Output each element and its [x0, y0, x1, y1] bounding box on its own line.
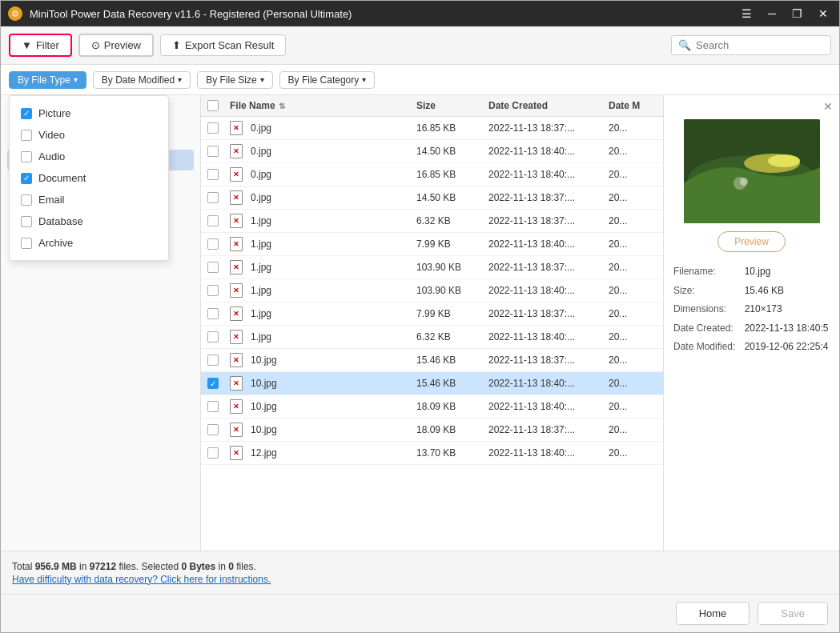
row-filename-text: 10.jpg [251, 401, 277, 412]
table-row[interactable]: 1.jpg 6.32 KB 2022-11-13 18:37:... 20... [201, 210, 663, 233]
preview-button[interactable]: ⊙ Preview [78, 34, 154, 57]
checkbox-archive[interactable] [21, 238, 32, 249]
row-checkbox-9[interactable] [207, 331, 219, 343]
row-checkbox-10[interactable] [207, 355, 219, 366]
row-check[interactable] [207, 146, 230, 157]
table-row[interactable]: 0.jpg 14.50 KB 2022-11-13 18:37:... 20..… [201, 186, 663, 210]
by-date-modified-dropdown[interactable]: By Date Modified ▾ [93, 71, 191, 89]
by-file-size-dropdown[interactable]: By File Size ▾ [197, 71, 272, 89]
dropdown-item-email[interactable]: Email [10, 189, 168, 210]
table-row[interactable]: 1.jpg 103.90 KB 2022-11-13 18:40:... 20.… [201, 279, 663, 302]
row-check[interactable] [207, 401, 230, 412]
dropdown-item-archive[interactable]: Archive [10, 232, 168, 254]
preview-action-button[interactable]: Preview [717, 231, 786, 252]
table-row[interactable]: 10.jpg 15.46 KB 2022-11-13 18:37:... 20.… [201, 349, 663, 372]
table-row[interactable]: 0.jpg 16.85 KB 2022-11-13 18:37:... 20..… [201, 117, 663, 140]
row-checkbox-7[interactable] [207, 285, 219, 296]
row-size: 103.90 KB [416, 262, 488, 273]
table-row[interactable]: 1.jpg 103.90 KB 2022-11-13 18:37:... 20.… [201, 256, 663, 279]
row-size: 7.99 KB [416, 238, 488, 250]
row-check[interactable] [207, 122, 230, 134]
checkbox-email[interactable] [21, 194, 32, 206]
row-checkbox-12[interactable] [207, 401, 219, 412]
checkbox-database[interactable] [21, 216, 32, 227]
table-row[interactable]: 12.jpg 13.70 KB 2022-11-13 18:40:... 20.… [201, 442, 663, 465]
row-checkbox-6[interactable] [207, 262, 219, 273]
dropdown-item-label-video: Video [38, 129, 65, 141]
row-checkbox-8[interactable] [207, 308, 219, 319]
row-checkbox-5[interactable] [207, 238, 219, 250]
select-all-checkbox[interactable] [207, 100, 219, 111]
checkbox-document[interactable]: ✓ [21, 173, 32, 184]
table-row[interactable]: 0.jpg 16.85 KB 2022-11-13 18:40:... 20..… [201, 163, 663, 186]
dropdown-item-picture[interactable]: ✓Picture [10, 102, 168, 124]
by-file-type-dropdown[interactable]: By File Type ▾ [9, 71, 86, 89]
row-check[interactable] [207, 355, 230, 366]
row-check[interactable] [207, 285, 230, 296]
dropdown-item-database[interactable]: Database [10, 210, 168, 232]
row-checkbox-2[interactable] [207, 169, 219, 180]
row-filename: 1.jpg [230, 306, 416, 321]
close-button[interactable]: ✕ [814, 6, 833, 22]
file-icon-4 [230, 214, 243, 228]
row-checkbox-13[interactable] [207, 424, 219, 435]
row-date-created: 2022-11-13 18:40:... [488, 331, 609, 343]
dropdown-item-audio[interactable]: Audio [10, 146, 168, 167]
checkbox-audio[interactable] [21, 151, 32, 162]
row-date-modified: 20... [609, 192, 657, 203]
row-date-modified: 20... [609, 262, 657, 273]
table-row[interactable]: 10.jpg 18.09 KB 2022-11-13 18:40:... 20.… [201, 395, 663, 419]
row-check[interactable] [207, 447, 230, 459]
header-size[interactable]: Size [416, 100, 488, 111]
table-row[interactable]: 1.jpg 6.32 KB 2022-11-13 18:40:... 20... [201, 326, 663, 349]
row-check[interactable] [207, 262, 230, 273]
row-check[interactable] [207, 169, 230, 180]
row-check[interactable] [207, 238, 230, 250]
checkbox-video[interactable] [21, 130, 32, 141]
export-button[interactable]: ⬆ Export Scan Result [160, 34, 286, 56]
main-window: ⚙ MiniTool Power Data Recovery v11.6 - R… [0, 0, 840, 633]
row-checkbox-4[interactable] [207, 215, 219, 226]
title-bar: ⚙ MiniTool Power Data Recovery v11.6 - R… [1, 1, 839, 26]
restore-button[interactable]: ❐ [787, 6, 807, 22]
header-check[interactable] [207, 100, 230, 111]
row-date-modified: 20... [609, 355, 657, 366]
row-check[interactable] [207, 331, 230, 343]
search-input[interactable] [696, 39, 824, 51]
row-date-modified: 20... [609, 378, 657, 389]
preview-date-modified-row: Date Modified: 2019-12-06 22:25:4 [673, 339, 830, 356]
menu-button[interactable]: ☰ [737, 6, 757, 22]
row-checkbox-11[interactable]: ✓ [207, 378, 219, 389]
header-date-created[interactable]: Date Created [488, 100, 609, 111]
table-row[interactable]: 1.jpg 7.99 KB 2022-11-13 18:37:... 20... [201, 302, 663, 326]
row-checkbox-3[interactable] [207, 192, 219, 203]
dropdown-item-video[interactable]: Video [10, 124, 168, 146]
row-check[interactable] [207, 424, 230, 435]
table-row[interactable]: 0.jpg 14.50 KB 2022-11-13 18:40:... 20..… [201, 140, 663, 163]
header-filename[interactable]: File Name ⇅ [230, 100, 416, 111]
filter-button[interactable]: ▼ Filter [9, 34, 72, 57]
help-link[interactable]: Have difficulty with data recovery? Clic… [12, 574, 828, 585]
row-check[interactable] [207, 192, 230, 203]
row-size: 6.32 KB [416, 215, 488, 226]
search-box[interactable]: 🔍 [671, 35, 831, 55]
header-date-modified[interactable]: Date M [609, 100, 657, 111]
row-check[interactable] [207, 308, 230, 319]
preview-close-button[interactable]: ✕ [823, 100, 833, 113]
checkbox-picture[interactable]: ✓ [21, 108, 32, 119]
row-checkbox-14[interactable] [207, 447, 219, 459]
row-check[interactable] [207, 215, 230, 226]
table-row[interactable]: ✓ 10.jpg 15.46 KB 2022-11-13 18:40:... 2… [201, 372, 663, 395]
row-checkbox-0[interactable] [207, 122, 219, 134]
preview-icon: ⊙ [91, 39, 100, 51]
by-file-category-dropdown[interactable]: By File Category ▾ [279, 71, 376, 89]
dropdown-item-document[interactable]: ✓Document [10, 167, 168, 189]
status-text: Total 956.9 MB in 97212 files. Selected … [12, 561, 828, 572]
home-button[interactable]: Home [676, 602, 750, 625]
table-row[interactable]: 1.jpg 7.99 KB 2022-11-13 18:40:... 20... [201, 233, 663, 256]
table-row[interactable]: 10.jpg 18.09 KB 2022-11-13 18:37:... 20.… [201, 419, 663, 442]
row-checkbox-1[interactable] [207, 146, 219, 157]
minimize-button[interactable]: ─ [763, 6, 781, 22]
row-check[interactable]: ✓ [207, 378, 230, 389]
save-button[interactable]: Save [758, 602, 828, 625]
